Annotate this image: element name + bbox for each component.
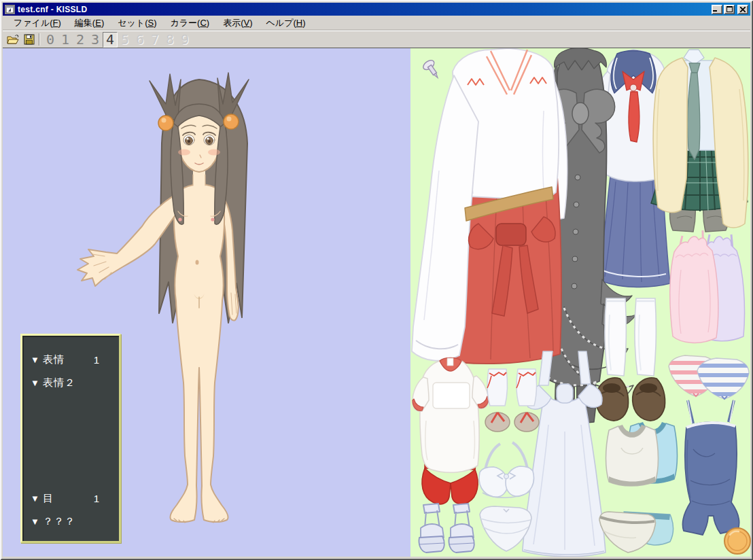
digit-5: 5 <box>118 32 133 48</box>
digit-0[interactable]: 0 <box>43 32 58 48</box>
minimize-button[interactable] <box>712 5 722 14</box>
gym-uniform-item[interactable] <box>411 353 494 509</box>
digit-3[interactable]: 3 <box>88 32 103 48</box>
round-button[interactable] <box>722 527 753 557</box>
triangle-marker-icon: ▼ <box>31 517 40 527</box>
sports-bras-pair-item[interactable] <box>605 418 681 495</box>
window-title: test.cnf - KISSLD <box>18 5 710 14</box>
titlebar: test.cnf - KISSLD <box>3 3 750 16</box>
doll-canvas: ▼ 表情 1 ▼ 表情２ ▼ 目 1 ▼ ？？？ <box>3 48 410 557</box>
maximize-button[interactable] <box>724 5 735 14</box>
menu-file[interactable]: ファイル(F) <box>7 16 67 31</box>
option-label: 表情２ <box>43 377 75 389</box>
menu-color[interactable]: カラー(C) <box>164 16 215 31</box>
triangle-marker-icon: ▼ <box>31 355 40 365</box>
option-panel: ▼ 表情 1 ▼ 表情２ ▼ 目 1 ▼ ？？？ <box>20 334 121 543</box>
menu-set[interactable]: セット(S) <box>111 16 162 31</box>
cardigan-uniform-item[interactable] <box>650 48 752 234</box>
digit-7: 7 <box>147 32 162 48</box>
close-button[interactable] <box>737 5 748 14</box>
items-canvas <box>410 48 750 557</box>
option-label: 表情 <box>43 353 65 366</box>
miko-outfit-item[interactable] <box>410 48 574 368</box>
option-label: 目 <box>43 492 54 505</box>
triangle-marker-icon: ▼ <box>31 493 40 504</box>
toolbar-separator <box>39 33 40 46</box>
menu-edit[interactable]: 編集(E) <box>69 16 110 31</box>
camisole-lavender-item[interactable] <box>667 229 752 347</box>
toolbar: 0 1 2 3 4 5 6 7 8 9 <box>3 31 750 48</box>
option-label: ？？？ <box>43 515 75 528</box>
option-unknown[interactable]: ▼ ？？？ <box>31 512 109 530</box>
option-value: 1 <box>94 354 109 366</box>
striped-panties-pair-item[interactable] <box>666 354 752 404</box>
save-button[interactable] <box>21 32 37 47</box>
menu-view[interactable]: 表示(V) <box>217 16 258 31</box>
menubar: ファイル(F) 編集(E) セット(S) カラー(C) 表示(V) ヘルプ(H) <box>3 16 750 30</box>
boyshorts-pair-item[interactable] <box>597 506 681 557</box>
option-value: 1 <box>94 493 109 504</box>
open-folder-icon <box>7 34 20 45</box>
digit-4-selected[interactable]: 4 <box>103 32 118 48</box>
digit-1[interactable]: 1 <box>58 32 73 48</box>
platform-sandals-item[interactable] <box>415 501 478 557</box>
client-area: ▼ 表情 1 ▼ 表情２ ▼ 目 1 ▼ ？？？ <box>3 48 750 556</box>
digit-8: 8 <box>162 32 177 48</box>
tabi-zori-sandals-item[interactable] <box>483 365 542 437</box>
digit-6: 6 <box>133 32 147 48</box>
white-panties-item[interactable] <box>476 505 538 557</box>
digit-2[interactable]: 2 <box>73 32 88 48</box>
open-button[interactable] <box>5 32 21 47</box>
option-expression[interactable]: ▼ 表情 1 <box>31 351 109 368</box>
save-floppy-icon <box>24 34 35 45</box>
option-eyes[interactable]: ▼ 目 1 <box>31 489 109 507</box>
menu-help[interactable]: ヘルプ(H) <box>260 16 312 31</box>
digit-9: 9 <box>177 32 192 48</box>
option-expression2[interactable]: ▼ 表情２ <box>31 374 109 391</box>
app-window: test.cnf - KISSLD ファイル(F) 編集(E) セット(S) カ… <box>0 0 753 560</box>
triangle-marker-icon: ▼ <box>31 378 40 388</box>
school-swimsuit-item[interactable] <box>677 399 743 539</box>
app-icon <box>5 5 15 14</box>
